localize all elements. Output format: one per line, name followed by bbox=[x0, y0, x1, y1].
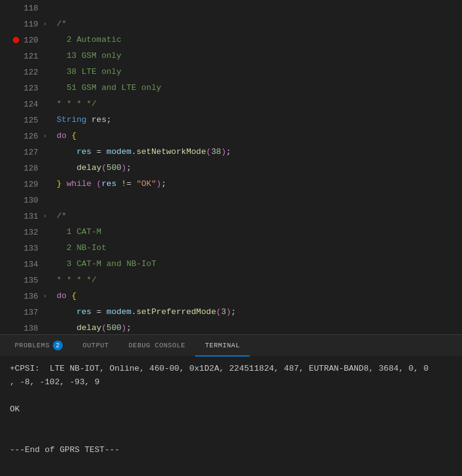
terminal-line-1: +CPSI: LTE NB-IOT, Online, 460-00, 0x1D2… bbox=[10, 362, 452, 376]
code-editor: 118 › 119 › /* 120 › 2 Automatic bbox=[0, 0, 462, 334]
terminal-line-end: ---End of GPRS TEST--- bbox=[10, 443, 452, 457]
no-breakpoint bbox=[13, 261, 19, 267]
code-lines: 118 › 119 › /* 120 › 2 Automatic bbox=[0, 0, 462, 334]
no-breakpoint bbox=[13, 133, 19, 139]
tab-debug-console-label: DEBUG CONSOLE bbox=[129, 342, 185, 349]
terminal-blank-1 bbox=[10, 389, 452, 403]
table-row: 122 › 38 LTE only bbox=[0, 64, 462, 80]
no-breakpoint bbox=[13, 277, 19, 283]
no-breakpoint bbox=[13, 197, 19, 203]
tab-output[interactable]: OUTPUT bbox=[73, 335, 119, 357]
fold-arrow[interactable]: › bbox=[41, 292, 49, 301]
no-breakpoint bbox=[13, 5, 19, 11]
breakpoint-indicator[interactable] bbox=[13, 37, 19, 43]
fold-arrow[interactable]: › bbox=[41, 212, 49, 220]
table-row: 123 › 51 GSM and LTE only bbox=[0, 80, 462, 96]
no-breakpoint bbox=[13, 21, 19, 27]
no-breakpoint bbox=[13, 213, 19, 219]
tab-terminal[interactable]: TERMINAL bbox=[195, 335, 250, 357]
table-row: 124 › * * * */ bbox=[0, 96, 462, 112]
no-breakpoint bbox=[13, 165, 19, 171]
table-row: 125 › String res; bbox=[0, 112, 462, 128]
table-row: 118 › bbox=[0, 0, 462, 16]
table-row: 136 › do { bbox=[0, 288, 462, 304]
no-breakpoint bbox=[13, 53, 19, 59]
no-breakpoint bbox=[13, 245, 19, 251]
table-row: 127 › res = modem.setNetworkMode(38); bbox=[0, 144, 462, 160]
tab-output-label: OUTPUT bbox=[82, 342, 109, 349]
fold-arrow[interactable]: › bbox=[41, 20, 49, 28]
tab-problems-label: PROBLEMS bbox=[15, 342, 50, 349]
table-row: 130 › bbox=[0, 192, 462, 208]
table-row: 137 › res = modem.setPreferredMode(3); bbox=[0, 304, 462, 320]
table-row: 138 › delay(500); bbox=[0, 320, 462, 334]
no-breakpoint bbox=[13, 325, 19, 331]
tab-debug-console[interactable]: DEBUG CONSOLE bbox=[119, 335, 195, 357]
table-row: 129 › } while (res != "OK"); bbox=[0, 176, 462, 192]
no-breakpoint bbox=[13, 69, 19, 75]
fold-arrow[interactable]: › bbox=[41, 132, 49, 140]
table-row: 121 › 13 GSM only bbox=[0, 48, 462, 64]
terminal-blank-2 bbox=[10, 416, 452, 430]
table-row: 128 › delay(500); bbox=[0, 160, 462, 176]
problems-badge: 2 bbox=[53, 341, 63, 350]
no-breakpoint bbox=[13, 293, 19, 299]
table-row: 126 › do { bbox=[0, 128, 462, 144]
terminal-blank-3 bbox=[10, 430, 452, 443]
terminal-line-2: , -8, -102, -93, 9 bbox=[10, 376, 452, 389]
no-breakpoint bbox=[13, 309, 19, 315]
no-breakpoint bbox=[13, 85, 19, 91]
no-breakpoint bbox=[13, 117, 19, 123]
no-breakpoint bbox=[13, 229, 19, 235]
tab-problems[interactable]: PROBLEMS 2 bbox=[5, 335, 73, 357]
terminal-output[interactable]: +CPSI: LTE NB-IOT, Online, 460-00, 0x1D2… bbox=[0, 356, 462, 476]
tab-terminal-label: TERMINAL bbox=[205, 342, 240, 349]
table-row: 133 › 2 NB-Iot bbox=[0, 240, 462, 256]
no-breakpoint bbox=[13, 149, 19, 155]
table-row: 135 › * * * */ bbox=[0, 272, 462, 288]
panel-tabs: PROBLEMS 2 OUTPUT DEBUG CONSOLE TERMINAL bbox=[0, 334, 462, 356]
no-breakpoint bbox=[13, 181, 19, 187]
table-row: 134 › 3 CAT-M and NB-IoT bbox=[0, 256, 462, 272]
no-breakpoint bbox=[13, 101, 19, 107]
table-row: 131 › /* bbox=[0, 208, 462, 224]
table-row: 120 › 2 Automatic bbox=[0, 32, 462, 48]
terminal-line-ok: OK bbox=[10, 403, 452, 416]
table-row: 132 › 1 CAT-M bbox=[0, 224, 462, 240]
table-row: 119 › /* bbox=[0, 16, 462, 32]
